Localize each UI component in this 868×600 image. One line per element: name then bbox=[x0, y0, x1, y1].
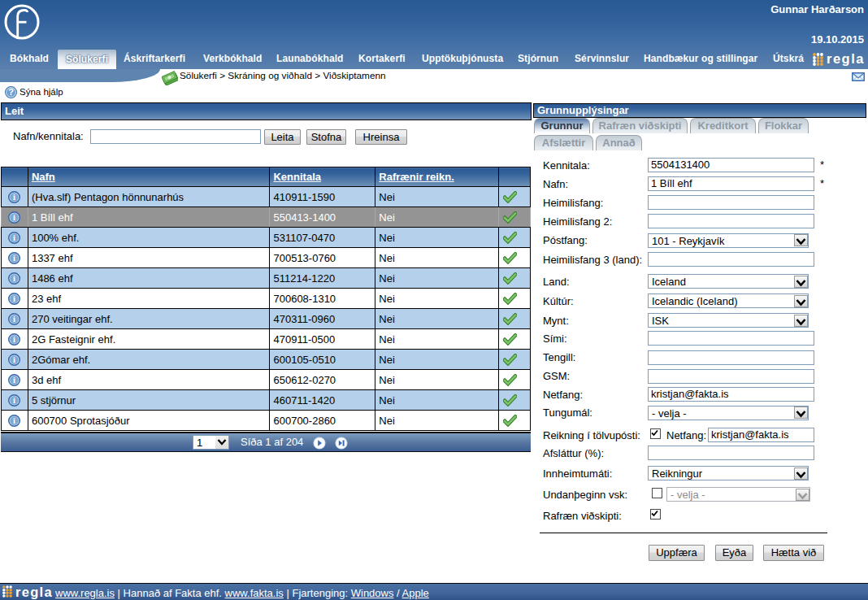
svg-text:i: i bbox=[13, 416, 15, 425]
svg-text:i: i bbox=[13, 396, 15, 405]
svg-text:i: i bbox=[13, 294, 15, 303]
svg-text:i: i bbox=[13, 213, 15, 222]
svg-text:i: i bbox=[13, 254, 15, 263]
svg-text:i: i bbox=[13, 315, 15, 324]
svg-text:i: i bbox=[13, 233, 15, 242]
svg-text:i: i bbox=[13, 274, 15, 283]
svg-text:i: i bbox=[13, 355, 15, 364]
svg-text:?: ? bbox=[8, 87, 14, 97]
svg-text:i: i bbox=[13, 376, 15, 385]
svg-text:i: i bbox=[13, 193, 15, 202]
svg-text:i: i bbox=[13, 335, 15, 344]
